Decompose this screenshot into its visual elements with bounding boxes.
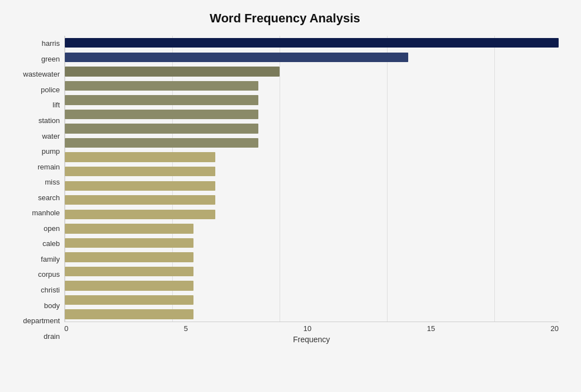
bar-lift: [65, 95, 258, 105]
y-label-pump: pump: [41, 148, 60, 155]
bar-harris: [65, 38, 559, 48]
y-label-police: police: [41, 86, 60, 93]
y-label-lift: lift: [53, 101, 60, 108]
bar-department: [65, 295, 193, 305]
bar-search: [65, 181, 215, 191]
y-label-water: water: [42, 133, 60, 140]
bar-christi: [65, 267, 193, 276]
bar-row: [65, 250, 559, 265]
y-label-open: open: [44, 225, 60, 232]
y-label-family: family: [41, 256, 60, 263]
x-tick: 20: [551, 324, 559, 333]
y-label-station: station: [39, 117, 60, 124]
x-tick: 15: [427, 324, 435, 333]
y-label-wastewater: wastewater: [23, 70, 60, 78]
y-label-miss: miss: [45, 178, 60, 186]
x-axis-label: Frequency: [64, 335, 559, 344]
bar-row: [65, 207, 559, 222]
chart-area: harrisgreenwastewaterpoliceliftstationwa…: [11, 36, 559, 344]
bars-area: [64, 36, 559, 322]
bar-row: [65, 93, 559, 107]
bar-body: [65, 281, 193, 290]
bar-row: [65, 265, 559, 279]
bar-row: [65, 136, 559, 150]
bar-pump: [65, 138, 258, 148]
bar-station: [65, 110, 258, 119]
bar-row: [65, 150, 559, 164]
bar-police: [65, 81, 258, 91]
bar-drain: [65, 309, 193, 319]
bar-remain: [65, 152, 215, 162]
chart-container: Word Frequency Analysis harrisgreenwaste…: [0, 0, 581, 392]
y-label-green: green: [41, 55, 60, 63]
bar-row: [65, 36, 559, 50]
bar-wastewater: [65, 67, 280, 76]
bar-caleb: [65, 224, 193, 233]
bar-row: [65, 164, 559, 179]
bar-row: [65, 221, 559, 236]
bars-and-x: 05101520 Frequency: [64, 36, 559, 344]
x-tick: 0: [64, 324, 68, 333]
y-label-harris: harris: [41, 40, 60, 47]
x-axis: 05101520: [64, 322, 559, 333]
bar-row: [65, 121, 559, 136]
x-tick: 10: [304, 324, 311, 333]
bar-open: [65, 210, 215, 219]
y-label-christi: christi: [41, 286, 60, 294]
y-label-corpus: corpus: [38, 271, 60, 278]
bar-green: [65, 53, 408, 62]
bar-row: [65, 278, 559, 293]
bar-row: [65, 79, 559, 93]
chart-title: Word Frequency Analysis: [11, 11, 559, 26]
y-label-department: department: [23, 317, 60, 324]
bar-water: [65, 124, 258, 133]
bar-manhole: [65, 195, 215, 205]
y-label-search: search: [38, 194, 60, 201]
bar-row: [65, 307, 559, 322]
bar-row: [65, 50, 559, 65]
bar-row: [65, 236, 559, 251]
bar-row: [65, 293, 559, 308]
y-labels: harrisgreenwastewaterpoliceliftstationwa…: [11, 36, 64, 344]
y-label-caleb: caleb: [42, 240, 60, 247]
y-label-body: body: [44, 302, 60, 309]
bar-family: [65, 238, 193, 248]
bar-row: [65, 193, 559, 207]
bar-corpus: [65, 252, 193, 262]
y-label-drain: drain: [44, 333, 60, 340]
x-tick: 5: [184, 324, 188, 333]
y-label-remain: remain: [37, 163, 60, 171]
y-label-manhole: manhole: [32, 209, 60, 216]
bar-row: [65, 64, 559, 79]
bar-row: [65, 178, 559, 193]
bar-row: [65, 107, 559, 122]
bar-miss: [65, 167, 215, 176]
